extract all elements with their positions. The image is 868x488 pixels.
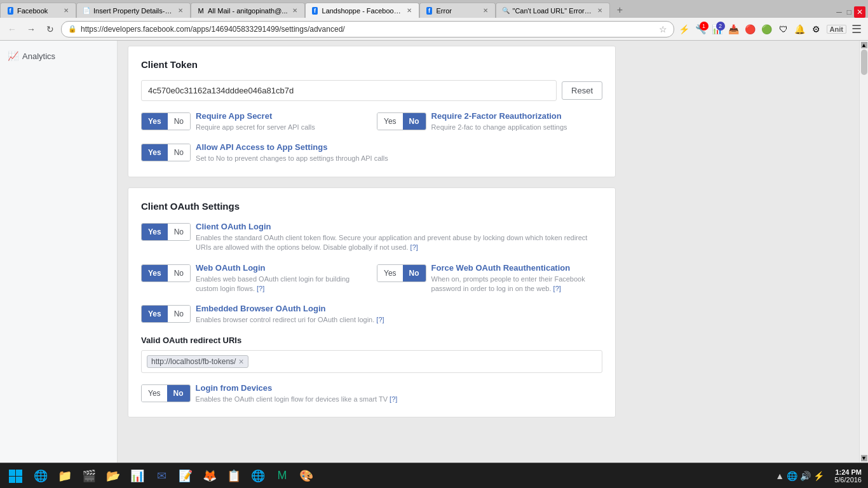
toggle-yes[interactable]: Yes	[142, 265, 168, 281]
help-link[interactable]: [?]	[553, 285, 561, 292]
tab-label: Facebook	[17, 7, 59, 15]
toggle-switch-client-oauth[interactable]: Yes No	[141, 223, 191, 241]
taskbar-media[interactable]: 🎬	[78, 464, 100, 487]
tab-close[interactable]: ✕	[481, 6, 490, 15]
scroll-thumb[interactable]	[861, 50, 867, 75]
toggle-yes[interactable]: Yes	[377, 265, 403, 281]
taskbar-chrome[interactable]: 🌐	[247, 464, 269, 487]
minimize-button[interactable]: ─	[834, 6, 844, 18]
user-profile[interactable]: Anit	[827, 25, 846, 34]
tab-cant-load[interactable]: 🔍 "Can't Load URL" Error fo... ✕	[496, 3, 610, 18]
taskbar: 🌐 📁 🎬 📂 📊 ✉ 📝 🦊 📋 🌐 M 🎨 ▲ 🌐 🔊 ⚡ 1:24 PM …	[0, 463, 868, 488]
toggle-no[interactable]: No	[168, 144, 190, 161]
toggle-switch-require-app-secret[interactable]: Yes No	[141, 112, 191, 130]
toggle-no[interactable]: No	[168, 224, 190, 240]
toggle-yes[interactable]: Yes	[142, 113, 168, 130]
toggle-switch-allow-api[interactable]: Yes No	[141, 144, 191, 161]
ext5[interactable]: 🔴	[743, 22, 758, 37]
sidebar-item-analytics[interactable]: 📈 Analytics	[0, 46, 117, 66]
client-token-input[interactable]	[141, 80, 557, 101]
tab-insert-property[interactable]: 📄 Insert Property Details-Ins... ✕	[76, 3, 191, 18]
toggle-switch-embedded[interactable]: Yes No	[141, 305, 191, 323]
ext7[interactable]: 🛡	[776, 22, 791, 37]
toggle-info: Login from Devices Enables the OAuth cli…	[196, 383, 602, 404]
toggle-yes[interactable]: Yes	[377, 113, 403, 130]
taskbar-filezilla[interactable]: 📂	[102, 464, 125, 487]
tab-close[interactable]: ✕	[595, 6, 604, 15]
scrollbar[interactable]: ▲ ▼	[859, 41, 868, 463]
network-icon[interactable]: 🌐	[787, 471, 797, 481]
bookmark-icon[interactable]: ☆	[659, 24, 667, 34]
tab-close[interactable]: ✕	[176, 6, 185, 15]
taskbar-paint[interactable]: 🎨	[295, 464, 318, 487]
ext6[interactable]: 🟢	[759, 22, 775, 37]
help-link[interactable]: [?]	[410, 243, 418, 251]
url-bar[interactable]: 🔒 https://developers.facebook.com/apps/1…	[61, 21, 674, 37]
scroll-track[interactable]	[860, 50, 868, 454]
toggle-web-oauth-login: Yes No Web OAuth Login Enables web based…	[141, 263, 367, 294]
taskbar-outlook[interactable]: ✉	[150, 464, 173, 487]
menu-button[interactable]: ☰	[849, 22, 864, 36]
tab-error[interactable]: f Error ✕	[419, 3, 496, 18]
taskbar-ie[interactable]: 🌐	[29, 464, 52, 487]
toggle-yes[interactable]: Yes	[142, 224, 168, 240]
uri-tag-close-button[interactable]: ×	[238, 357, 243, 366]
help-link[interactable]: [?]	[257, 285, 264, 292]
taskbar-m[interactable]: M	[271, 464, 294, 487]
toggle-no[interactable]: No	[168, 306, 190, 322]
scroll-down[interactable]: ▼	[861, 455, 867, 461]
tab-label: Landshoppe - Facebook f...	[322, 7, 402, 15]
taskbar-word[interactable]: 📝	[174, 464, 197, 487]
taskbar-excel[interactable]: 📊	[126, 464, 149, 487]
toggle-no[interactable]: No	[168, 113, 190, 130]
tab-close[interactable]: ✕	[405, 6, 414, 15]
content-inner: Client Token Reset Yes No	[118, 41, 626, 438]
volume-icon[interactable]: 🔊	[800, 471, 811, 481]
start-button[interactable]	[3, 464, 28, 487]
tab-close[interactable]: ✕	[290, 6, 299, 15]
tab-gmail[interactable]: M All Mail - anitgopinath@... ✕	[191, 3, 305, 18]
maximize-button[interactable]: □	[844, 6, 854, 18]
reset-button[interactable]: Reset	[562, 81, 602, 100]
tab-landshoppe[interactable]: f Landshoppe - Facebook f... ✕	[305, 3, 419, 18]
uri-input-area[interactable]: http://localhost/fb-tokens/ ×	[141, 350, 602, 373]
toggle-title: Embedded Browser OAuth Login	[196, 304, 602, 313]
tray-icon1[interactable]: ▲	[775, 471, 784, 481]
toggle-switch-require-2fa[interactable]: Yes No	[377, 112, 426, 130]
ext2[interactable]: 🔧 1	[693, 22, 709, 37]
battery-icon[interactable]: ⚡	[813, 471, 824, 481]
help-link[interactable]: [?]	[376, 316, 384, 323]
toggle-yes[interactable]: Yes	[142, 306, 168, 322]
new-tab-button[interactable]: +	[613, 3, 628, 18]
ext8[interactable]: 🔔	[792, 22, 808, 37]
help-link[interactable]: [?]	[390, 395, 397, 403]
taskbar-firefox[interactable]: 🦊	[198, 464, 221, 487]
toggle-no[interactable]: No	[167, 385, 190, 402]
toggle-desc: Enables browser control redirect uri for…	[196, 315, 602, 325]
tab-facebook[interactable]: f Facebook ✕	[0, 3, 76, 18]
back-button[interactable]: ←	[4, 21, 20, 37]
toggle-no[interactable]: No	[168, 265, 190, 281]
toggle-switch-web-oauth[interactable]: Yes No	[141, 264, 191, 282]
ext1[interactable]: ⚡	[677, 22, 692, 37]
taskbar-explorer[interactable]: 📁	[53, 464, 76, 487]
ext9[interactable]: ⚙	[809, 22, 824, 37]
ext3[interactable]: 📊 2	[710, 22, 725, 37]
close-button[interactable]: ✕	[854, 6, 865, 18]
toggle-switch-login-devices[interactable]: Yes No	[141, 384, 191, 402]
extensions: ⚡ 🔧 1 📊 2 📥 🔴 🟢 🛡 🔔 ⚙	[677, 22, 824, 37]
toggle-embedded-browser: Yes No Embedded Browser OAuth Login Enab…	[141, 304, 602, 325]
toggle-no[interactable]: No	[403, 265, 426, 281]
tab-close[interactable]: ✕	[62, 6, 71, 15]
toggle-yes[interactable]: Yes	[142, 385, 167, 402]
toggle-yes[interactable]: Yes	[142, 144, 168, 161]
toggle-switch-force-web-oauth[interactable]: Yes No	[377, 264, 426, 282]
forward-button[interactable]: →	[23, 21, 39, 37]
ssl-icon: 🔒	[68, 25, 77, 33]
toggle-no[interactable]: No	[403, 113, 426, 130]
tab-label: Error	[437, 7, 478, 15]
taskbar-notepad[interactable]: 📋	[222, 464, 245, 487]
ext4[interactable]: 📥	[726, 22, 742, 37]
scroll-up[interactable]: ▲	[861, 42, 867, 48]
reload-button[interactable]: ↻	[42, 21, 58, 37]
